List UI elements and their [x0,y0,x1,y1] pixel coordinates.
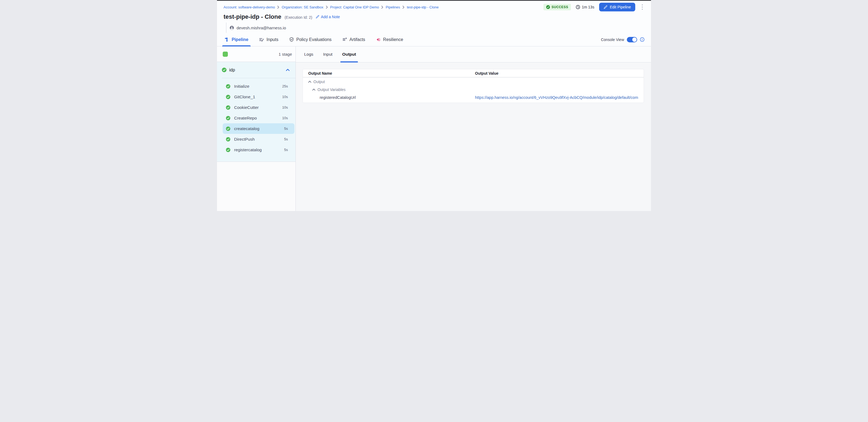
stages-sidebar: 1 stage idp Initialize 25s [217,46,296,211]
header-actions: SUCCESS 1m 13s Edit Pipeline [544,3,645,11]
stage-group-name: idp [229,68,283,72]
step-duration: 5s [284,137,288,141]
execution-tabbar: Pipeline Inputs Policy Evaluations Artif… [217,33,651,46]
more-options-kebab-icon[interactable] [640,3,645,11]
step-duration: 5s [284,127,288,131]
steps-list: Initialize 25s GitClone_1 10s CookieCutt… [217,78,296,162]
step-row-directpush[interactable]: DirectPush 5s [223,134,294,144]
step-name: DirectPush [234,137,280,142]
execution-tabs: Pipeline Inputs Policy Evaluations Artif… [225,33,403,46]
step-details-panel: Logs Input Output Output Name Output Val… [296,46,651,211]
step-duration: 10s [282,95,288,99]
stage-minimap-square[interactable] [223,52,228,57]
step-duration: 5s [284,148,288,152]
breadcrumb-row: Account: software-delivery-demo Organiza… [223,3,645,10]
tab-label: Resilience [383,37,403,42]
breadcrumb-pipelines[interactable]: Pipelines [386,5,400,9]
add-note-label: Add a Note [321,15,340,19]
list-add-icon [342,37,347,42]
step-duration: 25s [282,84,288,88]
info-icon[interactable] [640,37,645,42]
check-circle-icon [226,84,230,89]
stage-count-label: 1 stage [279,52,292,57]
breadcrumb: Account: software-delivery-demo Organiza… [223,5,439,9]
add-note-link[interactable]: Add a Note [316,15,340,19]
chevron-up-icon[interactable] [312,89,315,91]
edit-pipeline-label: Edit Pipeline [610,5,631,9]
tab-policy-evaluations[interactable]: Policy Evaluations [289,33,332,46]
stage-group-header[interactable]: idp [217,62,296,78]
clock-icon [576,5,580,9]
user-email: devesh.mishra@harness.io [237,26,286,30]
page-title: test-pipe-idp - Clone [223,13,281,20]
tree-row-output: Output [303,77,644,86]
step-name: GitClone_1 [234,95,278,99]
sidebar-empty-area [217,162,296,211]
tab-label: Policy Evaluations [296,37,332,42]
breadcrumb-separator-icon [403,6,404,9]
breadcrumb-account[interactable]: Account: software-delivery-demo [223,5,275,9]
tab-input[interactable]: Input [322,46,334,62]
breadcrumb-project[interactable]: Project: Capital One IDP Demo [330,5,379,9]
step-row-registercatalog[interactable]: registercatalog 5s [223,144,294,155]
execution-id: (Execution Id: 2) [285,15,312,20]
step-row-cookiecutter[interactable]: CookieCutter 10s [223,102,294,113]
execution-header: Account: software-delivery-demo Organiza… [217,1,651,33]
person-icon [229,26,234,30]
breadcrumb-separator-icon [326,6,328,9]
console-view-toggle[interactable] [627,37,637,42]
execution-duration: 1m 13s [576,5,594,9]
step-name: Initialize [234,84,278,89]
step-row-initialize[interactable]: Initialize 25s [223,81,294,92]
output-table-header: Output Name Output Value [303,69,644,77]
step-row-createcatalog[interactable]: createcatalog 5s [223,123,294,134]
step-name: registercatalog [234,148,280,152]
console-view-control: Console View [601,37,645,42]
step-row-createrepo[interactable]: CreateRepo 10s [223,113,294,123]
breadcrumb-organization[interactable]: Organization: SE Sandbox [282,5,323,9]
breadcrumb-separator-icon [381,6,383,9]
pipeline-execution-page: Account: software-delivery-demo Organiza… [217,0,651,211]
tree-label: Output [313,79,325,84]
console-view-label: Console View [601,37,624,42]
tab-resilience[interactable]: Resilience [376,33,403,46]
check-circle-icon [226,148,230,152]
inputs-icon [259,37,264,42]
tab-output[interactable]: Output [341,46,357,62]
tab-pipeline[interactable]: Pipeline [225,33,248,46]
chevron-up-icon[interactable] [308,80,311,83]
stage-group-idp: idp Initialize 25s GitClone_1 10s [217,62,296,162]
check-circle-icon [222,68,226,72]
triggered-by-row: devesh.mishra@harness.io [226,23,645,33]
tree-row-output-variables: Output Variables [303,86,644,93]
output-variable-value-link[interactable]: https://app.harness.io/ng/account/6_vVHz… [475,95,638,100]
tab-inputs[interactable]: Inputs [259,33,278,46]
pencil-icon [316,15,319,19]
duration-label: 1m 13s [582,5,594,9]
tab-logs[interactable]: Logs [303,46,314,62]
status-badge-label: SUCCESS [552,5,568,9]
tree-label: Output Variables [317,88,345,92]
breadcrumb-separator-icon [277,6,279,9]
tab-label: Inputs [267,37,278,42]
check-circle-icon [546,5,550,9]
tab-label: Artifacts [349,37,365,42]
step-row-gitclone[interactable]: GitClone_1 10s [223,92,294,102]
edit-pipeline-button[interactable]: Edit Pipeline [599,3,635,11]
tab-artifacts[interactable]: Artifacts [342,33,365,46]
resilience-chaos-icon [376,37,381,42]
shield-check-icon [289,37,294,42]
column-header-output-value: Output Value [475,71,498,75]
check-circle-icon [226,137,230,141]
column-header-output-name: Output Name [303,71,475,75]
check-circle-icon [226,127,230,131]
check-circle-icon [226,95,230,99]
step-details-tabs: Logs Input Output [296,46,651,62]
step-duration: 10s [282,105,288,109]
chevron-up-icon[interactable] [286,69,289,71]
tab-label: Pipeline [232,37,248,42]
check-circle-icon [226,116,230,120]
stage-summary-row: 1 stage [217,46,296,62]
breadcrumb-current-pipeline[interactable]: test-pipe-idp - Clone [407,5,439,9]
pipeline-icon [225,37,229,42]
